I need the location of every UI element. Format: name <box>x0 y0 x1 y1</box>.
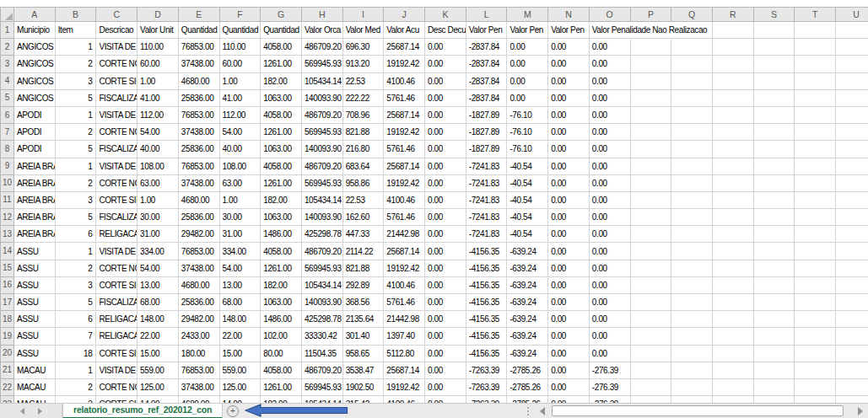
cell[interactable] <box>712 141 753 158</box>
cell[interactable]: 5 <box>55 141 96 158</box>
cell[interactable]: 4058.00 <box>261 39 302 56</box>
column-header-B[interactable]: B <box>55 8 96 22</box>
cell[interactable] <box>712 294 753 311</box>
cell[interactable]: 1261.00 <box>261 56 302 72</box>
cell[interactable] <box>630 328 671 345</box>
cell[interactable]: 4058.00 <box>261 106 302 123</box>
cell[interactable] <box>836 378 868 395</box>
cell[interactable]: AREIA BRA <box>14 174 56 191</box>
cell[interactable] <box>712 328 753 345</box>
cell[interactable]: -276.39 <box>589 362 630 378</box>
cell[interactable]: -4156.35 <box>466 311 507 328</box>
cell[interactable]: VISITA DE <box>96 362 137 378</box>
cell[interactable] <box>671 191 713 208</box>
row-header-7[interactable]: 7 <box>1 124 14 141</box>
column-header-L[interactable]: L <box>466 8 507 22</box>
cell[interactable]: -4156.35 <box>466 294 507 311</box>
cell[interactable]: FISCALIZA <box>96 89 137 106</box>
cell[interactable]: CORTE NC <box>96 260 137 276</box>
cell[interactable]: 13.00 <box>219 276 261 293</box>
cell[interactable] <box>795 72 836 89</box>
cell[interactable] <box>753 124 795 141</box>
cell[interactable]: 0.00 <box>425 311 466 328</box>
cell[interactable]: 54.00 <box>219 124 261 141</box>
cell[interactable] <box>795 294 836 311</box>
column-header-F[interactable]: F <box>219 8 261 22</box>
cell[interactable]: 76853.00 <box>178 362 219 378</box>
cell[interactable]: 0.00 <box>425 39 466 56</box>
cell[interactable]: 368.56 <box>342 294 384 311</box>
cell[interactable]: ANGICOS <box>14 89 56 106</box>
cell[interactable] <box>836 345 868 362</box>
column-header-K[interactable]: K <box>425 8 466 22</box>
cell[interactable]: 29482.00 <box>178 311 219 328</box>
cell[interactable] <box>712 396 753 403</box>
cell[interactable]: 1.00 <box>137 72 179 89</box>
cell[interactable]: 3 <box>55 276 96 293</box>
cell[interactable]: 4100.46 <box>384 72 425 89</box>
sheet-nav-right-icon[interactable] <box>38 408 42 415</box>
cell[interactable]: 19192.42 <box>384 174 425 191</box>
cell[interactable]: -76.10 <box>507 141 548 158</box>
cell[interactable]: 182.00 <box>261 276 302 293</box>
row-header-16[interactable]: 16 <box>1 276 14 293</box>
cell[interactable]: 1.00 <box>219 191 261 208</box>
cell[interactable]: ASSU <box>14 243 56 260</box>
cell[interactable]: -7241.83 <box>466 174 507 191</box>
cell[interactable]: 105434.14 <box>301 396 342 403</box>
row-header-4[interactable]: 4 <box>1 72 14 89</box>
cell[interactable]: -7263.39 <box>466 396 507 403</box>
cell[interactable] <box>712 158 753 174</box>
cell[interactable] <box>671 396 713 403</box>
cell[interactable] <box>795 209 836 226</box>
cell[interactable]: 425298.78 <box>301 226 342 243</box>
cell[interactable]: -276.39 <box>589 396 630 403</box>
cell[interactable] <box>630 141 671 158</box>
cell[interactable]: 821.88 <box>342 260 384 276</box>
cell[interactable]: 958.86 <box>342 174 384 191</box>
cell[interactable]: 25687.14 <box>384 106 425 123</box>
column-header-P[interactable]: P <box>630 8 671 22</box>
cell[interactable]: 18 <box>55 345 96 362</box>
cell[interactable]: 3 <box>55 72 96 89</box>
cell[interactable]: -40.54 <box>507 226 548 243</box>
cell[interactable]: -4156.35 <box>466 260 507 276</box>
cell[interactable] <box>671 141 713 158</box>
cell[interactable]: -2837.84 <box>466 89 507 106</box>
cell[interactable] <box>712 345 753 362</box>
cell[interactable]: CORTE SIM <box>96 396 137 403</box>
cell[interactable]: FISCALIZA <box>96 209 137 226</box>
cell[interactable]: 0.00 <box>589 243 630 260</box>
cell[interactable]: 3 <box>55 191 96 208</box>
cell[interactable]: 25836.00 <box>178 89 219 106</box>
cell[interactable]: 0.00 <box>548 191 590 208</box>
cell[interactable]: 37438.00 <box>178 174 219 191</box>
cell[interactable]: 22.53 <box>342 72 384 89</box>
cell[interactable]: -40.54 <box>507 158 548 174</box>
cell[interactable]: ANGICOS <box>14 56 56 72</box>
column-header-R[interactable]: R <box>712 8 753 22</box>
cell[interactable]: 14.00 <box>137 396 179 403</box>
cell[interactable]: APODI <box>14 124 56 141</box>
cell[interactable]: 425298.78 <box>301 311 342 328</box>
cell[interactable]: Desc Decu <box>425 22 466 39</box>
cell[interactable] <box>836 124 868 141</box>
cell[interactable]: 3538.47 <box>342 362 384 378</box>
cell[interactable]: 76853.00 <box>178 39 219 56</box>
row-header-5[interactable]: 5 <box>1 89 14 106</box>
cell[interactable]: ASSU <box>14 311 56 328</box>
cell[interactable]: 31.00 <box>137 226 179 243</box>
cell[interactable]: 1 <box>55 362 96 378</box>
cell[interactable] <box>795 174 836 191</box>
cell[interactable]: 0.00 <box>425 141 466 158</box>
cell[interactable]: 125.00 <box>137 378 179 395</box>
cell[interactable]: 25687.14 <box>384 243 425 260</box>
cell[interactable]: 15.00 <box>137 345 179 362</box>
cell[interactable] <box>795 260 836 276</box>
cell[interactable]: 0.00 <box>589 72 630 89</box>
cell[interactable]: CORTE NC <box>96 56 137 72</box>
row-header-12[interactable]: 12 <box>1 209 14 226</box>
cell[interactable]: 0.00 <box>425 328 466 345</box>
cell[interactable]: 4058.00 <box>261 243 302 260</box>
cell[interactable] <box>836 89 868 106</box>
